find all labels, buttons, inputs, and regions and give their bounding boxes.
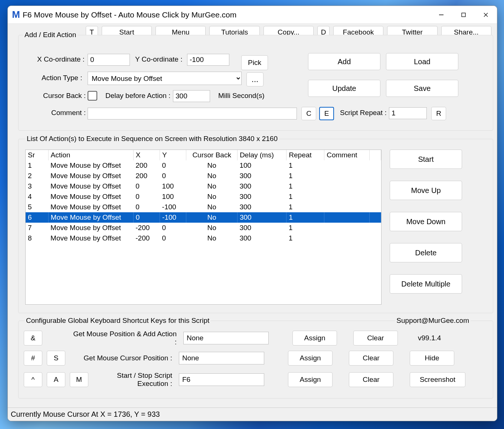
cell-delay: 300 xyxy=(237,233,286,243)
action-type-label: Action Type : xyxy=(42,74,82,82)
cell-delay: 300 xyxy=(237,223,286,233)
delay-input[interactable] xyxy=(173,90,210,102)
close-button[interactable] xyxy=(475,6,497,24)
app-window: M F6 Move Mouse by Offset - Auto Mouse C… xyxy=(7,6,497,421)
shortcut-legend: Configurable Global Keyboard Shortcut Ke… xyxy=(24,317,211,325)
cell-repeat: 1 xyxy=(287,212,324,223)
save-button[interactable]: Save xyxy=(386,80,458,97)
r-button[interactable]: R xyxy=(431,107,446,120)
hide-button[interactable]: Hide xyxy=(410,351,454,366)
cell-repeat: 1 xyxy=(287,202,324,212)
caret-button[interactable]: ^ xyxy=(24,372,42,387)
cell-x: 0 xyxy=(133,181,160,191)
cell-comment xyxy=(324,181,370,191)
cursor-back-label: Cursor Back : xyxy=(43,92,86,100)
cell-comment xyxy=(324,171,370,181)
hash-button[interactable]: # xyxy=(24,351,42,366)
cell-y: -100 xyxy=(160,212,186,223)
title-bar[interactable]: M F6 Move Mouse by Offset - Auto Mouse C… xyxy=(8,6,497,24)
header-y[interactable]: Y xyxy=(160,150,186,160)
table-row[interactable]: 1Move Mouse by Offset2000No1001 xyxy=(26,160,381,171)
table-row[interactable]: 4Move Mouse by Offset0100No3001 xyxy=(26,191,381,202)
action-list-legend: List Of Action(s) to Execute in Sequence… xyxy=(25,135,279,143)
header-sr[interactable]: Sr xyxy=(26,150,48,160)
cell-action: Move Mouse by Offset xyxy=(48,191,133,202)
cell-comment xyxy=(324,223,370,233)
cell-action: Move Mouse by Offset xyxy=(48,223,133,233)
load-button[interactable]: Load xyxy=(386,53,458,70)
move-up-button[interactable]: Move Up xyxy=(390,181,462,200)
c-button[interactable]: C xyxy=(301,107,316,120)
minimize-button[interactable] xyxy=(430,6,452,24)
cell-repeat: 1 xyxy=(287,181,324,191)
m-button[interactable]: M xyxy=(70,372,88,387)
window-title: F6 Move Mouse by Offset - Auto Mouse Cli… xyxy=(23,10,236,19)
delete-button[interactable]: Delete xyxy=(390,243,462,262)
cell-action: Move Mouse by Offset xyxy=(48,171,133,181)
script-repeat-input[interactable] xyxy=(389,107,427,119)
header-x[interactable]: X xyxy=(133,150,160,160)
row1-input[interactable] xyxy=(183,332,269,344)
cell-comment xyxy=(324,191,370,202)
e-button[interactable]: E xyxy=(319,107,334,120)
row3-input[interactable] xyxy=(179,373,264,386)
cursor-back-checkbox[interactable] xyxy=(88,91,97,101)
table-row[interactable]: 3Move Mouse by Offset0100No3001 xyxy=(26,181,381,191)
header-delay[interactable]: Delay (ms) xyxy=(237,150,286,160)
row3-assign-button[interactable]: Assign xyxy=(288,372,333,387)
row2-label: Get Mouse Cursor Position : xyxy=(70,354,172,362)
amp-button[interactable]: & xyxy=(24,331,42,346)
action-table[interactable]: Sr Action X Y Cursor Back Delay (ms) Rep… xyxy=(25,150,382,305)
script-repeat-label: Script Repeat : xyxy=(340,109,387,117)
row2-clear-button[interactable]: Clear xyxy=(349,351,393,366)
shortcut-group: Configurable Global Keyboard Shortcut Ke… xyxy=(18,321,493,399)
cell-action: Move Mouse by Offset xyxy=(48,202,133,212)
table-row[interactable]: 8Move Mouse by Offset-2000No3001 xyxy=(26,233,381,243)
a-button[interactable]: A xyxy=(47,372,65,387)
cell-y: -100 xyxy=(160,202,186,212)
cell-cb: No xyxy=(186,181,238,191)
row2-assign-button[interactable]: Assign xyxy=(288,351,333,366)
cell-x: -200 xyxy=(133,233,160,243)
cell-cb: No xyxy=(186,223,238,233)
comment-input[interactable] xyxy=(88,108,297,119)
cell-comment xyxy=(324,212,370,223)
cell-cb: No xyxy=(186,191,238,202)
action-list-group: List Of Action(s) to Execute in Sequence… xyxy=(18,139,493,313)
row1-clear-button[interactable]: Clear xyxy=(353,331,398,346)
maximize-button[interactable] xyxy=(452,6,475,24)
cell-action: Move Mouse by Offset xyxy=(48,233,133,243)
x-input[interactable] xyxy=(88,54,130,66)
support-link[interactable]: Support@MurGee.com xyxy=(395,317,471,325)
update-button[interactable]: Update xyxy=(308,80,380,97)
pick-button[interactable]: Pick xyxy=(241,55,268,70)
cell-cb: No xyxy=(186,171,238,181)
move-down-button[interactable]: Move Down xyxy=(390,212,462,231)
action-type-select[interactable]: Move Mouse by Offset xyxy=(88,72,242,85)
cell-repeat: 1 xyxy=(287,171,324,181)
y-input[interactable] xyxy=(187,54,229,66)
screenshot-button[interactable]: Screenshot xyxy=(410,372,465,387)
header-comment[interactable]: Comment xyxy=(324,150,370,160)
table-row[interactable]: 6Move Mouse by Offset0-100No3001 xyxy=(26,212,381,223)
start-button[interactable]: Start xyxy=(390,150,462,169)
header-repeat[interactable]: Repeat xyxy=(287,150,324,160)
row3-clear-button[interactable]: Clear xyxy=(349,372,393,387)
cell-repeat: 1 xyxy=(287,191,324,202)
add-button[interactable]: Add xyxy=(308,53,380,70)
cell-action: Move Mouse by Offset xyxy=(48,160,133,171)
comment-label: Comment : xyxy=(51,109,86,117)
s-button[interactable]: S xyxy=(47,351,65,366)
table-row[interactable]: 7Move Mouse by Offset-2000No3001 xyxy=(26,223,381,233)
action-type-more-button[interactable]: ... xyxy=(246,72,264,86)
table-row[interactable]: 2Move Mouse by Offset2000No3001 xyxy=(26,171,381,181)
cell-y: 0 xyxy=(160,160,186,171)
table-row[interactable]: 5Move Mouse by Offset0-100No3001 xyxy=(26,202,381,212)
delete-multiple-button[interactable]: Delete Multiple xyxy=(390,274,462,294)
header-cursor-back[interactable]: Cursor Back xyxy=(186,150,238,160)
row2-input[interactable] xyxy=(179,352,264,364)
cell-delay: 300 xyxy=(237,191,286,202)
cell-x: 0 xyxy=(133,191,160,202)
row1-assign-button[interactable]: Assign xyxy=(292,331,337,346)
header-action[interactable]: Action xyxy=(48,150,133,160)
